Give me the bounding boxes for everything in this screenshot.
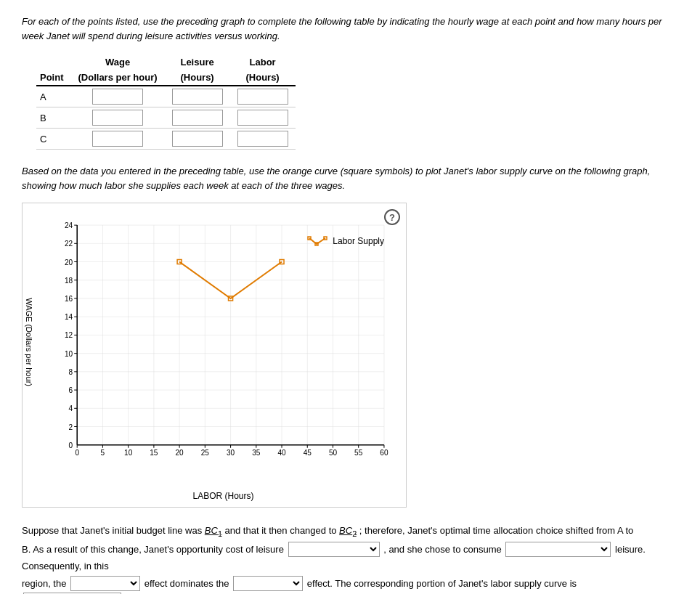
svg-text:12: 12 — [65, 331, 73, 339]
point-cell: B — [36, 107, 71, 129]
labor-input-cell[interactable] — [230, 107, 296, 129]
svg-text:15: 15 — [150, 449, 158, 457]
wage-input-cell[interactable] — [71, 129, 165, 150]
wage-input[interactable] — [92, 110, 143, 126]
svg-text:10: 10 — [65, 350, 73, 358]
svg-text:16: 16 — [65, 295, 73, 303]
bottom-part1: Suppose that Janet's initial budget line… — [22, 525, 205, 536]
leisure-input[interactable] — [172, 89, 223, 105]
labor-input[interactable] — [237, 131, 288, 147]
bc2-sub: 2 — [352, 529, 357, 538]
leisure-input[interactable] — [172, 110, 223, 126]
svg-text:0: 0 — [75, 449, 79, 457]
svg-text:5: 5 — [101, 449, 105, 457]
labor-input[interactable] — [237, 110, 288, 126]
effect2-select[interactable]: incomesubstitution — [233, 576, 303, 591]
wage-input-cell[interactable] — [71, 86, 165, 107]
wage-input[interactable] — [92, 89, 143, 105]
table-row: A — [36, 86, 296, 107]
wage-input[interactable] — [92, 131, 143, 147]
leisure-input-cell[interactable] — [165, 107, 230, 129]
col-labor-header1: Labor — [230, 54, 296, 70]
point-cell: C — [36, 129, 71, 150]
bottom-part3b: B. As a result of this change, Janet's o… — [22, 544, 284, 555]
table-row: B — [36, 107, 296, 129]
wage-input-cell[interactable] — [71, 107, 165, 129]
col-wage-header1: Wage — [71, 54, 165, 70]
svg-text:35: 35 — [252, 449, 261, 457]
opp-cost-select[interactable]: increaseddecreasedstayed the same — [288, 542, 380, 557]
bottom-part5: region, the — [22, 578, 66, 589]
svg-text:4: 4 — [69, 404, 73, 412]
point-cell: A — [36, 86, 71, 107]
col-wage-header2: (Dollars per hour) — [71, 70, 165, 86]
bottom-part6: effect dominates the — [145, 578, 229, 589]
x-axis-label: LABOR (Hours) — [55, 491, 391, 501]
svg-text:20: 20 — [176, 449, 184, 457]
svg-text:30: 30 — [227, 449, 235, 457]
col-point-header2: Point — [36, 70, 71, 86]
legend-box: Labor Supply — [306, 232, 384, 247]
table-row: C — [36, 129, 296, 150]
svg-text:22: 22 — [65, 240, 73, 248]
svg-text:14: 14 — [65, 313, 73, 321]
svg-text:18: 18 — [65, 277, 73, 285]
svg-text:20: 20 — [65, 259, 73, 267]
bottom-part2: and that it then changed to — [225, 525, 340, 536]
legend-label-labor-supply: Labor Supply — [333, 236, 384, 246]
bc2: BC — [339, 525, 352, 536]
legend-item-labor-supply: Labor Supply — [306, 235, 384, 247]
svg-text:2: 2 — [69, 423, 73, 431]
section2-text: Based on the data you entered in the pre… — [22, 164, 678, 192]
col-leisure-header1: Leisure — [165, 54, 230, 70]
svg-text:40: 40 — [277, 449, 286, 457]
svg-text:45: 45 — [304, 449, 312, 457]
legend-icon-labor-supply — [306, 235, 328, 247]
bottom-part3: ; therefore, Janet's optimal time alloca… — [359, 525, 634, 536]
svg-text:10: 10 — [124, 449, 133, 457]
leisure-input[interactable] — [172, 131, 223, 147]
svg-text:8: 8 — [69, 368, 73, 376]
labor-input[interactable] — [237, 89, 288, 105]
col-leisure-header2: (Hours) — [165, 70, 230, 86]
svg-text:0: 0 — [69, 442, 73, 449]
bc1: BC — [205, 525, 218, 536]
svg-text:60: 60 — [380, 449, 388, 457]
svg-text:6: 6 — [69, 386, 73, 394]
leisure-input-cell[interactable] — [165, 129, 230, 150]
svg-text:50: 50 — [329, 449, 338, 457]
bottom-part7: effect. The corresponding portion of Jan… — [307, 578, 577, 589]
chart-area: 2468101214161820222405101520253035404550… — [55, 218, 391, 467]
bottom-text-area: Suppose that Janet's initial budget line… — [22, 522, 678, 594]
data-table: Wage Leisure Labor Point (Dollars per ho… — [36, 54, 296, 150]
consume-select[interactable]: morelessthe same amount of — [505, 542, 611, 557]
graph-container: ? WAGE (Dollars per hour) 24681012141618… — [22, 203, 407, 508]
effect1-select[interactable]: incomesubstitution — [70, 576, 140, 591]
svg-text:55: 55 — [354, 449, 363, 457]
svg-text:24: 24 — [65, 221, 73, 229]
chart-svg: 2468101214161820222405101520253035404550… — [55, 218, 391, 467]
labor-input-cell[interactable] — [230, 86, 296, 107]
labor-input-cell[interactable] — [230, 129, 296, 150]
bc1-sub: 1 — [218, 529, 222, 538]
col-point-header1 — [36, 54, 71, 70]
col-labor-header2: (Hours) — [230, 70, 296, 86]
leisure-input-cell[interactable] — [165, 86, 230, 107]
bottom-part4: , and she chose to consume — [383, 544, 502, 555]
svg-text:25: 25 — [201, 449, 210, 457]
y-axis-label: WAGE (Dollars per hour) — [24, 218, 34, 467]
intro-text: For each of the points listed, use the p… — [22, 15, 678, 43]
